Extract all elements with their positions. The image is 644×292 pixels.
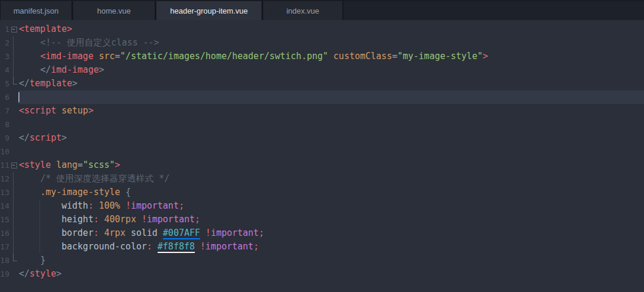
code-line[interactable]: 5</template>	[0, 77, 644, 90]
code-text[interactable]: height: 400rpx !important;	[18, 213, 644, 226]
code-text[interactable]	[18, 90, 644, 104]
code-text[interactable]: <!-- 使用自定义class -->	[18, 36, 644, 50]
code-line[interactable]: 6	[0, 90, 644, 104]
line-number: 12	[0, 172, 9, 186]
code-line[interactable]: 15 height: 400rpx !important;	[0, 213, 644, 226]
code-line[interactable]: 18 }	[0, 254, 644, 267]
code-text[interactable]: .my-image-style {	[18, 186, 644, 199]
line-gutter: 9	[0, 131, 18, 145]
code-line[interactable]: 17 background-color: #f8f8f8 !important;	[0, 240, 644, 254]
code-line[interactable]: 2 <!-- 使用自定义class -->	[0, 36, 644, 50]
tab-manifest-json[interactable]: manifest.json	[0, 1, 73, 20]
code-tokens: /* 使用深度选择器穿透样式 */	[19, 173, 169, 184]
code-line[interactable]: 11<style lang="scss">	[0, 158, 644, 172]
fold-collapse-icon[interactable]	[9, 158, 18, 172]
code-line[interactable]: 9</script>	[0, 131, 644, 145]
code-text[interactable]: border: 4rpx solid #007AFF !important;	[18, 226, 644, 240]
editor-tab-bar: manifest.json home.vue header-group-item…	[0, 0, 644, 20]
code-tokens: <imd-image src="/static/images/home/head…	[19, 51, 488, 61]
code-text[interactable]: }	[18, 254, 644, 267]
line-number: 8	[0, 118, 9, 131]
line-number: 9	[0, 131, 9, 145]
code-tokens: width: 100% !important;	[19, 200, 184, 211]
code-line[interactable]: 14 width: 100% !important;	[0, 199, 644, 213]
editor[interactable]: 1<template>2 <!-- 使用自定义class -->3 <imd-i…	[0, 20, 644, 292]
fold-column	[9, 118, 18, 131]
code-text[interactable]	[18, 118, 644, 131]
line-gutter: 15	[0, 213, 18, 226]
fold-end-icon	[9, 254, 18, 267]
code-text[interactable]	[18, 145, 644, 158]
fold-column	[9, 267, 18, 281]
line-gutter: 12	[0, 172, 18, 186]
code-text[interactable]: </imd-image>	[18, 63, 644, 77]
line-gutter: 3	[0, 50, 18, 63]
code-text[interactable]: </script>	[18, 131, 644, 145]
code-text[interactable]: /* 使用深度选择器穿透样式 */	[18, 172, 644, 186]
line-gutter: 14	[0, 199, 18, 213]
line-number: 2	[0, 36, 9, 50]
tab-header-group-item-vue[interactable]: header-group-item.vue	[156, 1, 263, 20]
code-text[interactable]: <script setup>	[18, 104, 644, 118]
line-number: 7	[0, 104, 9, 118]
code-editor-window: manifest.json home.vue header-group-item…	[0, 0, 644, 292]
code-tokens: .my-image-style {	[19, 187, 131, 197]
line-gutter: 11	[0, 158, 18, 172]
code-tokens: </script>	[19, 132, 67, 143]
code-text[interactable]: </template>	[18, 77, 644, 90]
code-text[interactable]: width: 100% !important;	[18, 199, 644, 213]
code-line[interactable]: 12 /* 使用深度选择器穿透样式 */	[0, 172, 644, 186]
code-line[interactable]: 7<script setup>	[0, 104, 644, 118]
fold-guide-line	[9, 36, 18, 50]
line-number: 17	[0, 240, 9, 254]
line-gutter: 6	[0, 90, 18, 104]
code-text[interactable]: background-color: #f8f8f8 !important;	[18, 240, 644, 254]
code-text[interactable]: </style>	[18, 267, 644, 281]
text-cursor	[18, 92, 19, 102]
code-line[interactable]: 10	[0, 145, 644, 158]
tab-home-vue[interactable]: home.vue	[73, 1, 156, 20]
line-number: 3	[0, 50, 9, 63]
line-number: 19	[0, 267, 9, 281]
code-tokens: </style>	[19, 268, 61, 279]
code-line[interactable]: 1<template>	[0, 22, 644, 36]
fold-guide-line	[9, 199, 18, 213]
tab-index-vue[interactable]: index.vue	[263, 1, 344, 20]
line-number: 11	[0, 158, 9, 172]
code-line[interactable]: 19</style>	[0, 267, 644, 281]
tab-label: manifest.json	[14, 7, 59, 15]
code-text[interactable]: <style lang="scss">	[18, 158, 644, 172]
fold-guide-line	[9, 186, 18, 199]
code-tokens: background-color: #f8f8f8 !important;	[19, 241, 259, 253]
line-number: 13	[0, 186, 9, 199]
code-tokens: }	[19, 255, 45, 265]
tab-label: home.vue	[97, 7, 130, 15]
fold-guide-line	[9, 50, 18, 63]
line-gutter: 4	[0, 63, 18, 77]
line-number: 6	[0, 90, 9, 104]
indent-guide	[40, 226, 40, 240]
indent-guide	[40, 213, 40, 226]
fold-guide-line	[9, 172, 18, 186]
line-gutter: 5	[0, 77, 18, 90]
code-line[interactable]: 13 .my-image-style {	[0, 186, 644, 199]
fold-guide-line	[9, 63, 18, 77]
line-number: 14	[0, 199, 9, 213]
code-text[interactable]: <imd-image src="/static/images/home/head…	[18, 50, 644, 63]
fold-collapse-icon[interactable]	[9, 22, 18, 36]
code-line[interactable]: 3 <imd-image src="/static/images/home/he…	[0, 50, 644, 63]
code-tokens: border: 4rpx solid #007AFF !important;	[19, 228, 264, 239]
code-line[interactable]: 8	[0, 118, 644, 131]
code-tokens: </imd-image>	[19, 64, 104, 75]
fold-guide-line	[9, 213, 18, 226]
code-line[interactable]: 4 </imd-image>	[0, 63, 644, 77]
line-number: 5	[0, 77, 9, 90]
code-tokens: <template>	[19, 24, 72, 34]
fold-column	[9, 104, 18, 118]
tab-label: header-group-item.vue	[170, 7, 248, 15]
code-tokens: <!-- 使用自定义class -->	[19, 37, 159, 48]
code-line[interactable]: 16 border: 4rpx solid #007AFF !important…	[0, 226, 644, 240]
code-text[interactable]: <template>	[18, 22, 644, 36]
indent-guide	[40, 199, 40, 213]
line-gutter: 8	[0, 118, 18, 131]
